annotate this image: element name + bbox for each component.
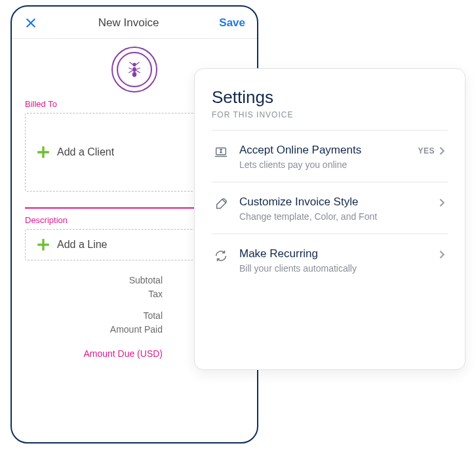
laptop-dollar-icon [212, 145, 230, 159]
chevron-right-icon [439, 146, 448, 155]
amount-paid-label: Amount Paid [28, 323, 189, 337]
settings-row-recurring[interactable]: Make Recurring Bill your clients automat… [212, 234, 448, 285]
settings-row-customize[interactable]: Customize Invoice Style Change template,… [212, 182, 448, 234]
ant-logo-icon [125, 60, 144, 79]
plus-icon [36, 145, 50, 159]
page-title: New Invoice [98, 16, 159, 30]
close-icon[interactable] [24, 16, 38, 30]
settings-row-value: YES [418, 146, 448, 155]
tax-label: Tax [28, 287, 189, 301]
save-button[interactable]: Save [219, 16, 245, 30]
settings-row-title: Make Recurring [239, 247, 435, 260]
settings-row-title: Accept Online Payments [239, 144, 418, 157]
settings-row-value [435, 198, 448, 207]
plus-icon [36, 237, 50, 252]
recurring-icon [212, 249, 230, 263]
svg-point-2 [132, 63, 136, 67]
amount-due-label: Amount Due (USD) [28, 347, 189, 362]
svg-point-4 [132, 72, 137, 77]
settings-row-title: Customize Invoice Style [239, 196, 435, 209]
settings-row-payments[interactable]: Accept Online Payments Lets clients pay … [212, 131, 448, 182]
paintbrush-icon [212, 197, 230, 211]
total-label: Total [28, 309, 189, 323]
settings-subtitle: FOR THIS INVOICE [212, 110, 448, 119]
settings-title: Settings [212, 87, 448, 108]
subtotal-label: Subtotal [28, 274, 189, 287]
yes-badge: YES [418, 146, 435, 155]
settings-row-desc: Bill your clients automatically [239, 263, 435, 274]
add-client-label: Add a Client [57, 146, 114, 158]
settings-row-value [435, 250, 448, 259]
settings-row-desc: Change template, Color, and Font [239, 211, 435, 222]
chevron-right-icon [439, 198, 448, 207]
add-line-label: Add a Line [57, 239, 108, 251]
svg-point-3 [132, 67, 136, 72]
phone-header: New Invoice Save [12, 7, 257, 39]
chevron-right-icon [439, 250, 448, 259]
settings-row-desc: Lets clients pay you online [239, 159, 418, 170]
settings-panel: Settings FOR THIS INVOICE Accept Online … [194, 68, 466, 370]
